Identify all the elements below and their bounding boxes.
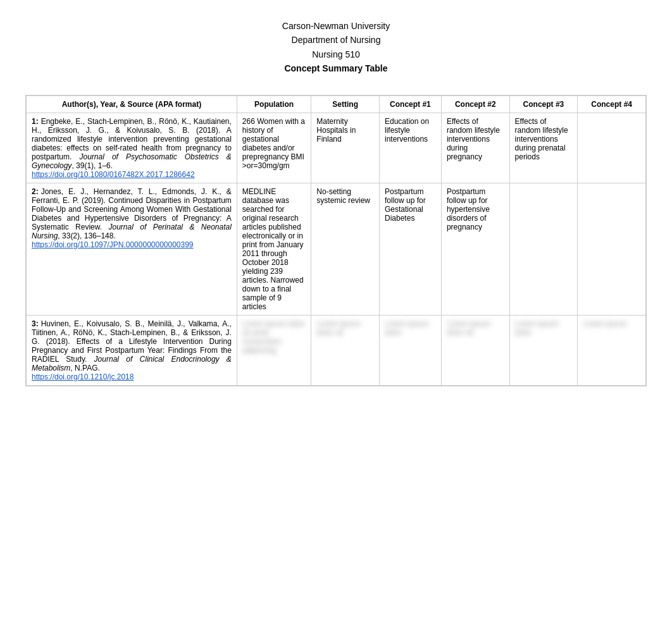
col-header-concept3: Concept #3 — [509, 95, 578, 113]
concept2-cell-3: Lorem ipsum dolor sit — [441, 315, 509, 385]
author-pages-1: 1–6. — [96, 161, 113, 170]
course-name: Nursing 510 — [13, 47, 659, 61]
page: Carson-Newman University Department of N… — [0, 0, 672, 633]
population-cell-3: Lorem ipsum dolor sit amet consectetur a… — [237, 315, 311, 385]
table-row: 1:Engbeke, E., Stach-Lempinen, B., Rönö,… — [27, 113, 646, 183]
concept3-cell-2 — [509, 183, 578, 315]
concept1-cell-2: Postpartum follow up for Gestational Dia… — [380, 183, 442, 315]
author-vol-2: , 33 — [58, 231, 70, 240]
concept3-cell-3: Lorem ipsum dolor — [509, 315, 578, 385]
author-issue-1: (1), — [84, 161, 96, 170]
population-cell-2: MEDLINE database was searched for origin… — [237, 183, 311, 315]
author-cell-3: 3:Huvinen, E., Koivusalo, S. B., Meinilä… — [27, 315, 237, 385]
concept1-cell-3: Lorem ipsum dolor — [380, 315, 442, 385]
col-header-setting: Setting — [311, 95, 380, 113]
author-pages-2: 136–148. — [82, 231, 115, 240]
concept2-cell-2: Postpartum follow up for hypertensive di… — [441, 183, 509, 315]
concept-table: Author(s), Year, & Source (APA format) P… — [26, 95, 646, 386]
col-header-author: Author(s), Year, & Source (APA format) — [27, 95, 237, 113]
setting-cell-3: Lorem ipsum dolor sit — [311, 315, 380, 385]
concept4-cell-1 — [578, 113, 646, 183]
table-row: 2:Jones, E. J., Hernandez, T. L., Edmond… — [27, 183, 646, 315]
author-cell-2: 2:Jones, E. J., Hernandez, T. L., Edmond… — [27, 183, 237, 315]
table-title: Concept Summary Table — [13, 61, 659, 75]
row-num-3: 3: — [32, 319, 39, 328]
author-pages-3: , N.PAG. — [70, 364, 99, 372]
col-header-concept4: Concept #4 — [578, 95, 646, 113]
author-link-2[interactable]: https://doi.org/10.1097/JPN.000000000000… — [32, 240, 194, 249]
concept1-cell-1: Education on lifestyle interventions — [380, 113, 442, 183]
page-header: Carson-Newman University Department of N… — [13, 19, 659, 76]
population-cell-1: 266 Women with a history of gestational … — [237, 113, 311, 183]
table-row: 3:Huvinen, E., Koivusalo, S. B., Meinilä… — [27, 315, 646, 385]
department-name: Department of Nursing — [13, 33, 659, 47]
author-issue-2: (2), — [70, 231, 82, 240]
university-name: Carson-Newman University — [13, 19, 659, 33]
concept2-cell-1: Effects of random lifestyle intervention… — [441, 113, 509, 183]
concept4-cell-2 — [578, 183, 646, 315]
author-link-3[interactable]: https://doi.org/10.1210/jc.2018 — [32, 372, 134, 381]
table-header-row: Author(s), Year, & Source (APA format) P… — [27, 95, 646, 113]
concept3-cell-1: Effects of random lifestyle intervention… — [509, 113, 578, 183]
setting-cell-2: No-setting systemic review — [311, 183, 380, 315]
row-num-1: 1: — [32, 117, 39, 126]
author-cell-1: 1:Engbeke, E., Stach-Lempinen, B., Rönö,… — [27, 113, 237, 183]
col-header-population: Population — [237, 95, 311, 113]
col-header-concept2: Concept #2 — [441, 95, 509, 113]
concept-table-container: Author(s), Year, & Source (APA format) P… — [25, 95, 647, 386]
concept4-cell-3: Lorem ipsum — [578, 315, 646, 385]
row-num-2: 2: — [32, 187, 39, 196]
setting-cell-1: Maternity Hospitals in Finland — [311, 113, 380, 183]
author-vol-1: , 39 — [72, 161, 84, 170]
col-header-concept1: Concept #1 — [380, 95, 442, 113]
author-link-1[interactable]: https://doi.org/10.1080/0167482X.2017.12… — [32, 170, 195, 179]
